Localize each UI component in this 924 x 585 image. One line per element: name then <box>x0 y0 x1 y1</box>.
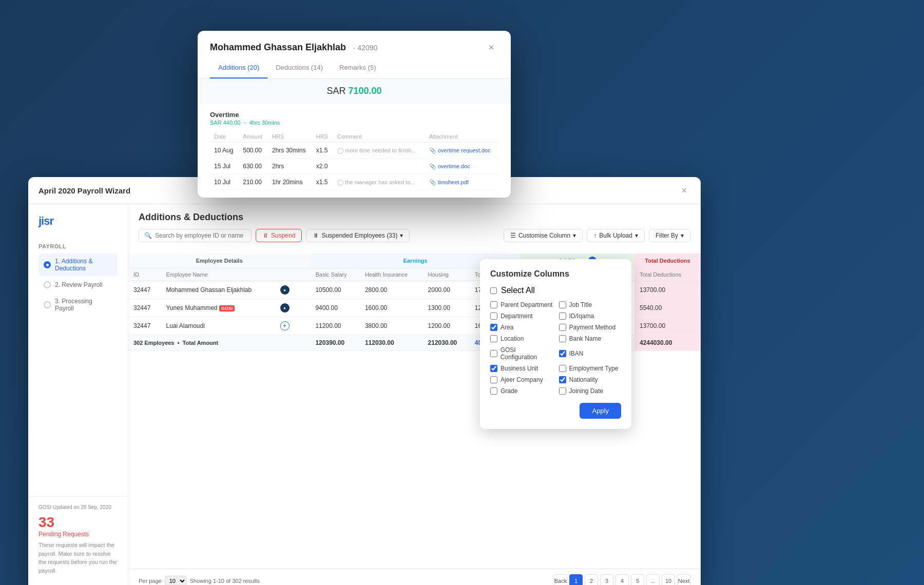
checkbox-iban-input[interactable] <box>559 350 566 357</box>
attachment-link3[interactable]: 📎 timsheet.pdf <box>429 179 494 186</box>
col-housing: Housing <box>423 268 470 281</box>
checkbox-nationality-label[interactable]: Nationality <box>569 376 598 383</box>
footer-blank2 <box>298 335 311 351</box>
sidebar-item-additions[interactable]: 1. Additions & Deductions <box>38 254 118 276</box>
filter-button[interactable]: Filter By ▾ <box>649 229 690 242</box>
checkbox-gosi-config-input[interactable] <box>490 350 497 357</box>
checkbox-parent-dept-input[interactable] <box>490 301 497 308</box>
dot-button[interactable]: ● <box>280 285 290 295</box>
overtime-row: 10 Jul 210.00 1hr 20mins x1.5 ◯ the mana… <box>210 174 498 190</box>
per-page-selector: Per page 10 25 50 Showing 1-10 of 302 re… <box>139 576 260 585</box>
checkbox-department-input[interactable] <box>490 313 497 320</box>
checkbox-id-iqama: ID/Iqama <box>559 313 622 320</box>
cell-dot2[interactable]: ● <box>275 299 298 317</box>
checkbox-grade-input[interactable] <box>490 387 497 395</box>
gosi-tag: GOSI <box>219 305 235 311</box>
sidebar-item-label-processing: 3. Processing Payroll <box>55 298 112 312</box>
cell-attach3[interactable]: 📎 timsheet.pdf <box>425 174 498 190</box>
attachment-link2[interactable]: 📎 overtime.doc <box>429 163 494 170</box>
checkbox-department-label[interactable]: Department <box>500 313 533 320</box>
checkbox-job-title: Job Title <box>559 301 622 308</box>
col-hrs1: HRS <box>268 131 312 143</box>
bulk-upload-button[interactable]: ↑ Bulk Upload ▾ <box>587 229 645 242</box>
search-input[interactable] <box>155 232 246 239</box>
tab-remarks[interactable]: Remarks (5) <box>331 60 384 79</box>
checkbox-bank-name-label[interactable]: Bank Name <box>569 335 602 342</box>
page-ellipsis[interactable]: ... <box>646 574 660 585</box>
checkbox-id-iqama-input[interactable] <box>559 313 566 320</box>
amount-value: 7100.00 <box>348 86 381 96</box>
cell-dot[interactable]: ● <box>275 281 298 299</box>
checkbox-location-input[interactable] <box>490 335 497 342</box>
checkbox-location-label[interactable]: Location <box>500 335 524 342</box>
tab-deductions[interactable]: Deductions (14) <box>267 60 331 79</box>
page-2-button[interactable]: 2 <box>585 574 598 585</box>
page-4-button[interactable]: 4 <box>615 574 629 585</box>
checkbox-id-iqama-label[interactable]: ID/Iqama <box>569 313 594 320</box>
checkbox-payment-method-label[interactable]: Payment Method <box>569 324 616 331</box>
page-back-button[interactable]: Back <box>554 574 567 585</box>
checkbox-ajeer-company-label[interactable]: Ajeer Company <box>500 376 543 383</box>
cell-health2: 1600.00 <box>360 299 423 317</box>
employee-modal-name-row: Mohammed Ghassan Eljakhlab · 42090 <box>210 42 377 53</box>
section-subtitle: SAR 440.00 → 4hrs 30mins <box>210 120 498 126</box>
checkbox-nationality-input[interactable] <box>559 376 566 383</box>
cell-amount1: 500.00 <box>239 143 268 159</box>
checkbox-grade: Grade <box>490 387 553 395</box>
suspended-employees-button[interactable]: ⏸ Suspended Employees (33) ▾ <box>306 229 410 242</box>
checkbox-joining-date: Joining Date <box>559 387 622 395</box>
toolbar: 🔍 ⏸ Suspend ⏸ Suspended Employees (33) ▾ <box>139 229 690 242</box>
page-next-button[interactable]: Next <box>677 574 690 585</box>
sidebar-item-processing[interactable]: 3. Processing Payroll <box>38 294 118 316</box>
checkbox-ajeer-company-input[interactable] <box>490 376 497 383</box>
checkbox-grade-label[interactable]: Grade <box>500 387 517 395</box>
checkbox-area-input[interactable] <box>490 324 497 331</box>
sidebar-payroll-label: Payroll <box>38 243 118 249</box>
checkbox-job-title-label[interactable]: Job Title <box>569 301 592 308</box>
checkbox-parent-dept-label[interactable]: Parent Department <box>500 301 552 308</box>
checkbox-business-unit-label[interactable]: Business Unit <box>500 365 538 372</box>
cell-attach2[interactable]: 📎 overtime.doc <box>425 159 498 174</box>
checkbox-payment-method: Payment Method <box>559 324 622 331</box>
page-1-button[interactable]: 1 <box>569 574 583 585</box>
checkbox-ajeer-company: Ajeer Company <box>490 376 553 383</box>
checkbox-business-unit-input[interactable] <box>490 365 497 372</box>
payroll-modal-close[interactable]: × <box>678 184 690 197</box>
showing-label: Showing 1-10 of 302 results <box>190 578 260 584</box>
cell-date3: 10 Jul <box>210 174 239 190</box>
checkbox-joining-date-label[interactable]: Joining Date <box>569 387 604 395</box>
checkbox-employment-type-input[interactable] <box>559 365 566 372</box>
employee-modal-close[interactable]: × <box>484 40 498 54</box>
checkbox-iban-label[interactable]: IBAN <box>569 350 584 357</box>
cell-comment3: ◯ the manager has asked to... <box>333 174 425 190</box>
suspend-button[interactable]: ⏸ Suspend <box>256 229 302 242</box>
page-5-button[interactable]: 5 <box>631 574 644 585</box>
add-button-3[interactable]: + <box>280 321 290 330</box>
checkbox-joining-date-input[interactable] <box>559 387 566 395</box>
checkbox-gosi-config-label[interactable]: GOSI Configuration <box>500 346 553 361</box>
attachment-link1[interactable]: 📎 overtime request.doc <box>429 147 494 154</box>
customize-column-button[interactable]: ☰ Customise Column ▾ <box>504 229 583 242</box>
checkbox-job-title-input[interactable] <box>559 301 566 308</box>
cell-id: 32447 <box>128 299 161 317</box>
cell-hrs2-3: x1.5 <box>312 174 333 190</box>
tab-additions[interactable]: Additions (20) <box>210 60 267 79</box>
overtime-row: 10 Aug 500.00 2hrs 30mins x1.5 ◯ more ti… <box>210 143 498 159</box>
checkbox-employment-type-label[interactable]: Employment Type <box>569 365 619 372</box>
cell-attach1[interactable]: 📎 overtime request.doc <box>425 143 498 159</box>
dot-button-2[interactable]: ● <box>280 303 290 313</box>
footer-housing: 212030.00 <box>423 335 470 351</box>
sidebar-item-review[interactable]: 2. Review Payroll <box>38 277 118 292</box>
select-all-checkbox[interactable] <box>490 287 497 294</box>
apply-button[interactable]: Apply <box>580 403 621 419</box>
per-page-select[interactable]: 10 25 50 <box>165 576 187 585</box>
checkbox-area-label[interactable]: Area <box>500 324 513 331</box>
cell-name3: Luai Alamoudi <box>161 317 275 335</box>
cell-plus3[interactable]: + <box>275 317 298 335</box>
select-all-label[interactable]: Select All <box>501 286 535 295</box>
page-10-button[interactable]: 10 <box>662 574 675 585</box>
select-all-row: Select All <box>490 286 621 295</box>
checkbox-payment-method-input[interactable] <box>559 324 566 331</box>
page-3-button[interactable]: 3 <box>600 574 613 585</box>
checkbox-bank-name-input[interactable] <box>559 335 566 342</box>
